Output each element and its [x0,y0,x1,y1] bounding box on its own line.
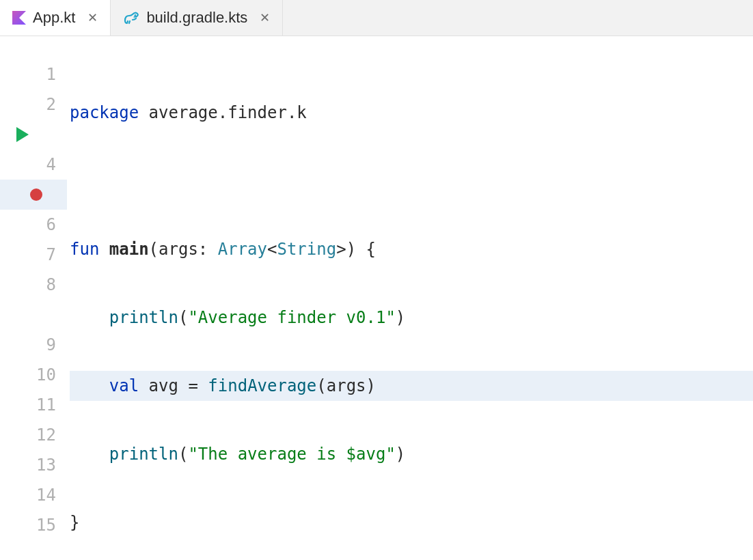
gradle-icon [123,11,139,25]
code-line[interactable]: println("The average is $avg") [70,439,753,469]
tab-label: build.gradle.kts [146,9,247,27]
code-line[interactable]: println("Average finder v0.1") [70,303,753,333]
gutter-line[interactable]: 6 [0,210,67,240]
close-icon[interactable]: ✕ [87,10,98,25]
gutter-line[interactable]: 7 [0,240,67,270]
code-line[interactable] [70,166,753,196]
gutter-line[interactable]: 9 [0,330,67,360]
gutter-line[interactable] [0,120,67,150]
code-line[interactable]: package average.finder.k [70,98,753,128]
gutter-line[interactable]: 8 [0,270,67,300]
code-editor[interactable]: 1 2 4 6 7 8 9 10 11 12 13 14 15 package … [0,36,753,560]
gutter-line[interactable]: 15 [0,510,67,540]
gutter-line[interactable]: 12 [0,420,67,450]
kotlin-icon [12,11,26,25]
gutter-line[interactable]: 13 [0,450,67,480]
editor-content[interactable]: package average.finder.k fun main(args: … [67,36,753,560]
gutter-line[interactable]: 2 [0,89,67,120]
code-line[interactable]: fun main(args: Array<String>) { [70,234,753,264]
run-icon[interactable] [16,127,29,142]
gutter-line[interactable]: 1 [0,59,67,89]
svg-point-0 [134,16,135,18]
gutter-inlay-spacer [0,300,67,330]
breakpoint-icon[interactable] [30,188,42,201]
gutter-line[interactable]: 4 [0,150,67,180]
gutter-line[interactable]: 14 [0,480,67,510]
gutter-line[interactable]: 10 [0,360,67,390]
code-line[interactable]: val avg = findAverage(args) [70,371,753,401]
tab-app-kt[interactable]: App.kt ✕ [0,0,111,36]
code-line[interactable]: } [70,507,753,537]
gutter-line[interactable] [0,180,67,210]
editor-gutter[interactable]: 1 2 4 6 7 8 9 10 11 12 13 14 15 [0,36,67,560]
editor-tabbar: App.kt ✕ build.gradle.kts ✕ [0,0,753,36]
tab-build-gradle-kts[interactable]: build.gradle.kts ✕ [111,0,283,36]
tab-label: App.kt [33,9,75,27]
gutter-line[interactable]: 11 [0,390,67,420]
close-icon[interactable]: ✕ [260,10,270,25]
